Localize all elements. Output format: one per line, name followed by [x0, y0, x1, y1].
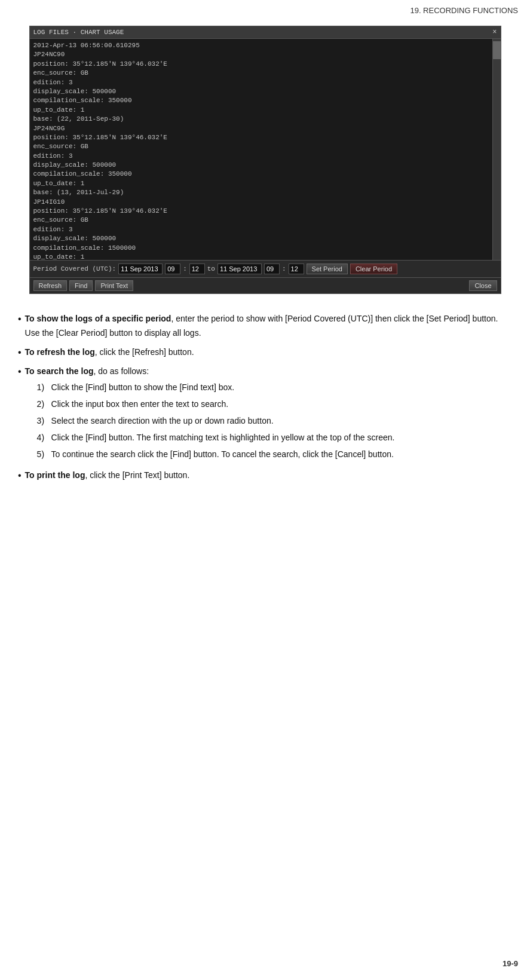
list-item-print: • To print the log, click the [Print Tex…	[18, 468, 512, 483]
period-from-date[interactable]	[118, 264, 163, 274]
log-lines-container: 2012-Apr-13 06:56:00.610295JP24NC90posit…	[33, 41, 497, 260]
list-item-show-logs: • To show the logs of a specific period,…	[18, 312, 512, 341]
log-line: base: (13, 2011-Jul-29)	[33, 188, 488, 197]
step-text-1: Click the [Find] button to show the [Fin…	[51, 381, 235, 395]
dialog-window: LOG FILES · CHART USAGE × 2012-Apr-13 06…	[29, 26, 501, 294]
search-step-4: 4) Click the [Find] button. The first ma…	[37, 431, 395, 445]
text-content: • To show the logs of a specific period,…	[12, 306, 518, 506]
log-line: position: 35°12.185'N 139°46.032'E	[33, 60, 488, 69]
search-step-5: 5) To continue the search click the [Fin…	[37, 448, 395, 462]
search-step-1: 1) Click the [Find] button to show the […	[37, 381, 395, 395]
step-text-2: Click the input box then enter the text …	[51, 397, 229, 412]
log-line: JP24NC90	[33, 50, 488, 59]
log-line: 2012-Apr-13 06:56:00.610295	[33, 41, 488, 50]
step-text-5: To continue the search click the [Find] …	[51, 448, 394, 462]
show-logs-text: To show the logs of a specific period, e…	[25, 312, 512, 341]
log-line: enc_source: GB	[33, 142, 488, 151]
log-line: display_scale: 500000	[33, 161, 488, 170]
scrollbar-thumb[interactable]	[493, 41, 501, 59]
log-line: enc_source: GB	[33, 69, 488, 78]
search-step-2: 2) Click the input box then enter the te…	[37, 397, 395, 412]
page-footer-number: 19-9	[503, 959, 518, 968]
step-num-2: 2)	[37, 397, 48, 412]
find-button[interactable]: Find	[69, 280, 93, 291]
step-num-3: 3)	[37, 414, 48, 428]
page-header: 19. RECORDING FUNCTIONS	[0, 0, 530, 20]
refresh-text: To refresh the log, click the [Refresh] …	[25, 345, 512, 360]
log-line: compilation_scale: 1500000	[33, 244, 488, 253]
step-num-4: 4)	[37, 431, 48, 445]
period-to-label: to	[207, 265, 215, 272]
log-line: base: (22, 2011-Sep-30)	[33, 115, 488, 124]
search-step-3: 3) Select the search direction with the …	[37, 414, 395, 428]
log-line: JP14IG10	[33, 198, 488, 207]
log-line: compilation_scale: 350000	[33, 96, 488, 105]
bullet-4: •	[18, 468, 22, 483]
scrollbar[interactable]	[492, 39, 501, 260]
log-line: display_scale: 500000	[33, 234, 488, 243]
period-label: Period Covered (UTC):	[33, 265, 117, 272]
list-item-search: • To search the log, do as follows: 1) C…	[18, 365, 512, 464]
dialog-log-area[interactable]: 2012-Apr-13 06:56:00.610295JP24NC90posit…	[30, 39, 501, 260]
set-period-button[interactable]: Set Period	[307, 264, 348, 274]
period-colon-1: :	[183, 265, 187, 272]
dialog-close-icon[interactable]: ×	[492, 28, 497, 36]
refresh-button[interactable]: Refresh	[33, 280, 68, 291]
log-line: up_to_date: 1	[33, 179, 488, 188]
search-steps: 1) Click the [Find] button to show the […	[37, 381, 395, 461]
log-line: position: 35°12.185'N 139°46.032'E	[33, 207, 488, 216]
print-bold: To print the log	[25, 470, 85, 480]
log-line: position: 35°12.185'N 139°46.032'E	[33, 133, 488, 142]
step-text-4: Click the [Find] button. The first match…	[51, 431, 395, 445]
log-line: edition: 3	[33, 225, 488, 234]
log-line: up_to_date: 1	[33, 106, 488, 115]
period-colon-2: :	[282, 265, 286, 272]
log-line: edition: 3	[33, 78, 488, 87]
print-text: To print the log, click the [Print Text]…	[25, 468, 512, 483]
period-to-hour[interactable]	[264, 264, 280, 274]
instruction-list: • To show the logs of a specific period,…	[18, 312, 512, 483]
log-line: display_scale: 500000	[33, 87, 488, 96]
print-text-button[interactable]: Print Text	[95, 280, 133, 291]
refresh-bold: To refresh the log	[25, 347, 95, 357]
log-line: JP24NC9G	[33, 124, 488, 133]
search-text-block: To search the log, do as follows: 1) Cli…	[25, 365, 395, 464]
main-content: LOG FILES · CHART USAGE × 2012-Apr-13 06…	[0, 20, 530, 517]
log-line: edition: 3	[33, 152, 488, 161]
bullet-3: •	[18, 365, 22, 379]
period-to-date[interactable]	[217, 264, 262, 274]
period-to-min[interactable]	[289, 264, 304, 274]
dialog-title: LOG FILES · CHART USAGE	[33, 29, 124, 36]
list-item-refresh: • To refresh the log, click the [Refresh…	[18, 345, 512, 360]
period-from-min[interactable]	[189, 264, 205, 274]
bullet-1: •	[18, 312, 22, 326]
period-bar: Period Covered (UTC): : to : Set Period …	[30, 260, 501, 277]
step-num-5: 5)	[37, 448, 48, 462]
log-line: up_to_date: 1	[33, 253, 488, 260]
log-line: enc_source: GB	[33, 216, 488, 225]
search-intro: To search the log, do as follows:	[25, 365, 395, 379]
dialog-titlebar: LOG FILES · CHART USAGE ×	[30, 26, 501, 39]
step-num-1: 1)	[37, 381, 48, 395]
search-bold: To search the log	[25, 366, 94, 376]
show-logs-bold: To show the logs of a specific period	[25, 314, 171, 323]
period-from-hour[interactable]	[165, 264, 180, 274]
chapter-title: 19. RECORDING FUNCTIONS	[410, 6, 518, 15]
clear-period-button[interactable]: Clear Period	[350, 264, 397, 274]
log-line: compilation_scale: 350000	[33, 170, 488, 179]
step-text-3: Select the search direction with the up …	[51, 414, 274, 428]
action-bar: Refresh Find Print Text Close	[30, 277, 501, 293]
close-button[interactable]: Close	[469, 280, 497, 291]
bullet-2: •	[18, 345, 22, 360]
